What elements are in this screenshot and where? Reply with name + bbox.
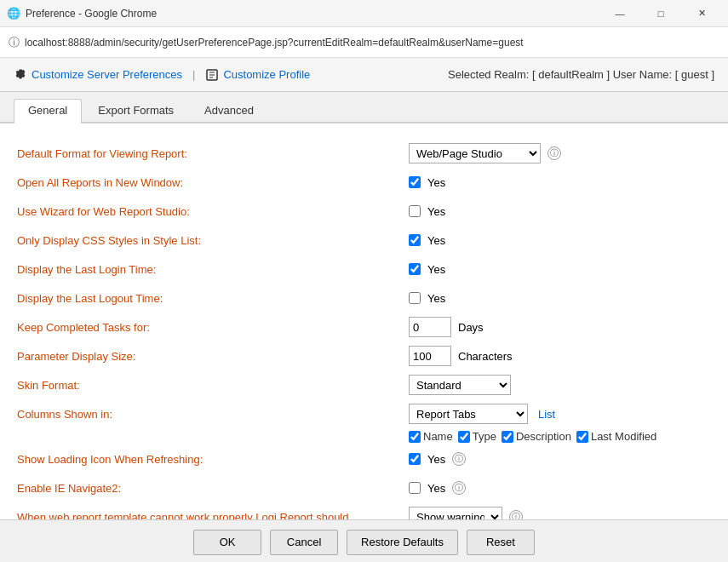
selected-realm-label: Selected Realm: <box>448 68 529 81</box>
checkbox-open-all-reports[interactable] <box>409 176 421 188</box>
yes-label-use-wizard: Yes <box>427 205 445 218</box>
window-controls: — □ ✕ <box>600 0 721 27</box>
customize-server-link[interactable]: Customize Server Preferences <box>14 68 182 82</box>
row-use-wizard: Use Wizard for Web Report Studio: Yes <box>17 198 711 224</box>
control-use-wizard: Yes <box>409 205 711 218</box>
label-param-display: Parameter Display Size: <box>17 350 409 363</box>
checkbox-col-name[interactable] <box>409 431 421 443</box>
control-keep-completed: Days <box>409 317 711 337</box>
control-display-logout: Yes <box>409 292 711 305</box>
checkbox-show-loading[interactable] <box>409 453 421 465</box>
row-columns-shown: Columns Shown in: Report Tabs Report Lis… <box>17 401 711 427</box>
main-content: Default Format for Viewing Report: Web/P… <box>0 123 728 519</box>
yes-label-display-logout: Yes <box>427 292 445 305</box>
days-label: Days <box>458 321 484 334</box>
realm-bracket-close: ] <box>606 68 612 81</box>
control-web-report: Show warning Auto fix Do nothing ⓘ <box>409 507 711 519</box>
label-display-login: Display the Last Login Time: <box>17 263 409 276</box>
checkbox-enable-ie[interactable] <box>409 482 421 494</box>
username-value: guest <box>681 68 708 81</box>
row-enable-ie: Enable IE Navigate2: Yes ⓘ <box>17 475 711 501</box>
label-open-all-reports: Open All Reports in New Window: <box>17 176 409 189</box>
info-icon-enable-ie[interactable]: ⓘ <box>452 481 466 495</box>
label-keep-completed: Keep Completed Tasks for: <box>17 321 409 334</box>
info-icon-web-report[interactable]: ⓘ <box>509 510 523 519</box>
checkbox-col-type[interactable] <box>458 431 470 443</box>
customize-profile-link[interactable]: Customize Profile <box>205 68 310 82</box>
cancel-button[interactable]: Cancel <box>270 530 338 555</box>
checkbox-display-logout[interactable] <box>409 292 421 304</box>
customize-profile-label: Customize Profile <box>223 68 310 81</box>
row-open-all-reports: Open All Reports in New Window: Yes <box>17 169 711 195</box>
checkbox-only-css[interactable] <box>409 234 421 246</box>
profile-gear-icon <box>205 68 219 82</box>
tab-general[interactable]: General <box>14 99 82 123</box>
col-desc-label: Description <box>516 430 571 443</box>
tab-advanced[interactable]: Advanced <box>190 99 268 122</box>
select-default-format[interactable]: Web/Page Studio PDF Excel HTML <box>409 143 541 163</box>
row-show-loading: Show Loading Icon When Refreshing: Yes ⓘ <box>17 446 711 472</box>
title-bar: 🌐 Preference - Google Chrome — □ ✕ <box>0 0 728 27</box>
col-desc-group: Description <box>502 430 571 443</box>
address-info-icon: ⓘ <box>9 35 20 50</box>
yes-label-display-login: Yes <box>427 263 445 276</box>
yes-label-open-all: Yes <box>427 176 445 189</box>
label-use-wizard: Use Wizard for Web Report Studio: <box>17 205 409 218</box>
info-icon-default-format[interactable]: ⓘ <box>547 146 561 160</box>
input-keep-completed[interactable] <box>409 317 451 337</box>
label-enable-ie: Enable IE Navigate2: <box>17 482 409 495</box>
nav-separator: | <box>192 68 195 81</box>
close-button[interactable]: ✕ <box>682 0 721 27</box>
username-label: User Name: <box>613 68 672 81</box>
col-lastmod-label: Last Modified <box>591 430 656 443</box>
control-param-display: Characters <box>409 346 711 366</box>
info-icon-show-loading[interactable]: ⓘ <box>452 452 466 466</box>
checkbox-use-wizard[interactable] <box>409 205 421 217</box>
row-skin-format: Skin Format: Standard Classic Modern <box>17 372 711 398</box>
control-show-loading: Yes ⓘ <box>409 452 711 466</box>
row-display-logout: Display the Last Logout Time: Yes <box>17 285 711 311</box>
col-type-label: Type <box>473 430 496 443</box>
checkbox-display-login[interactable] <box>409 263 421 275</box>
row-web-report: When web report template cannot work pro… <box>17 504 711 519</box>
reset-button[interactable]: Reset <box>467 530 535 555</box>
input-param-display[interactable] <box>409 346 451 366</box>
checkbox-col-desc[interactable] <box>502 431 513 443</box>
select-web-report[interactable]: Show warning Auto fix Do nothing <box>409 507 502 519</box>
server-gear-icon <box>14 68 27 82</box>
control-skin-format: Standard Classic Modern <box>409 375 711 395</box>
checkbox-col-lastmod[interactable] <box>576 431 588 443</box>
label-columns-shown: Columns Shown in: <box>17 408 409 421</box>
label-skin-format: Skin Format: <box>17 379 409 392</box>
row-display-login: Display the Last Login Time: Yes <box>17 256 711 282</box>
yes-label-enable-ie: Yes <box>427 482 445 495</box>
row-param-display: Parameter Display Size: Characters <box>17 343 711 369</box>
control-open-all-reports: Yes <box>409 176 711 189</box>
restore-defaults-button[interactable]: Restore Defaults <box>347 530 458 555</box>
control-only-css: Yes <box>409 234 711 247</box>
footer: OK Cancel Restore Defaults Reset <box>0 519 728 562</box>
address-url[interactable]: localhost:8888/admin/security/getUserPre… <box>25 37 719 49</box>
col-lastmod-group: Last Modified <box>576 430 656 443</box>
label-default-format: Default Format for Viewing Report: <box>17 147 409 160</box>
label-show-loading: Show Loading Icon When Refreshing: <box>17 453 409 466</box>
columns-sub-row: Name Type Description Last Modified <box>409 430 711 443</box>
control-columns-shown: Report Tabs Report List List <box>409 404 711 424</box>
minimize-button[interactable]: — <box>600 0 639 27</box>
ok-button[interactable]: OK <box>193 530 261 555</box>
window-title: Preference - Google Chrome <box>26 8 600 20</box>
col-name-group: Name <box>409 430 453 443</box>
tab-export-formats[interactable]: Export Formats <box>83 99 188 122</box>
username-bracket-open: [ <box>675 68 681 81</box>
maximize-button[interactable]: □ <box>641 0 680 27</box>
select-columns-shown[interactable]: Report Tabs Report List <box>409 404 528 424</box>
col-type-group: Type <box>458 430 496 443</box>
list-link[interactable]: List <box>538 408 555 421</box>
yes-label-only-css: Yes <box>427 234 445 247</box>
nav-bar: Customize Server Preferences | Customize… <box>0 58 728 92</box>
col-name-label: Name <box>423 430 453 443</box>
select-skin-format[interactable]: Standard Classic Modern <box>409 375 511 395</box>
username-bracket-close: ] <box>711 68 714 81</box>
chars-label: Characters <box>458 350 513 363</box>
row-only-css: Only Display CSS Styles in Style List: Y… <box>17 227 711 253</box>
